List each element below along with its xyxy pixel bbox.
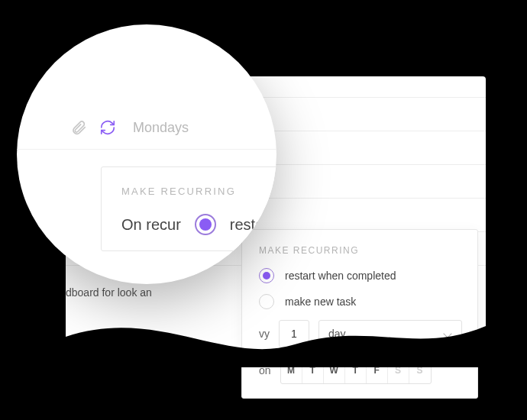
day-sun[interactable]: S [409, 357, 431, 383]
loupe-option-prefix: On recur [121, 216, 181, 234]
radio-new-task[interactable] [259, 294, 274, 309]
paperclip-icon[interactable] [70, 119, 87, 136]
day-wed[interactable]: W [324, 357, 345, 383]
option-new-task[interactable]: make new task [259, 294, 462, 309]
day-thu[interactable]: T [345, 357, 367, 383]
every-fragment-label: vy [259, 328, 270, 340]
recurrence-icon[interactable] [99, 119, 116, 136]
loupe-header: Mondays [70, 119, 189, 136]
every-count-input[interactable] [279, 320, 309, 347]
day-sat[interactable]: S [388, 357, 409, 383]
days-picker[interactable]: M T W T F S S [280, 357, 432, 384]
magnifier-loupe: Mondays MAKE RECURRING On recur resta [17, 24, 276, 284]
chevron-down-icon [445, 330, 452, 338]
every-unit-select[interactable]: day [318, 320, 462, 347]
on-days-row: on M T W T F S S [259, 357, 462, 384]
every-unit-value: day [328, 328, 346, 340]
day-tue[interactable]: T [302, 357, 324, 383]
recurrence-day-label: Mondays [133, 120, 189, 136]
day-mon[interactable]: M [281, 357, 302, 383]
popup-title: MAKE RECURRING [259, 245, 462, 256]
option-new-task-label: make new task [285, 295, 462, 309]
day-fri[interactable]: F [367, 357, 388, 383]
task-title-fragment: dboard for look an [66, 286, 152, 299]
option-restart-label: restart when completed [285, 269, 462, 283]
option-restart[interactable]: restart when completed [259, 268, 462, 283]
radio-restart[interactable] [259, 268, 274, 283]
loupe-radio-selected[interactable] [195, 214, 216, 235]
on-label: on [259, 364, 271, 376]
loupe-popup-title: MAKE RECURRING [121, 186, 276, 197]
every-row: vy day [259, 320, 462, 347]
make-recurring-popup: MAKE RECURRING restart when completed ma… [241, 229, 478, 399]
